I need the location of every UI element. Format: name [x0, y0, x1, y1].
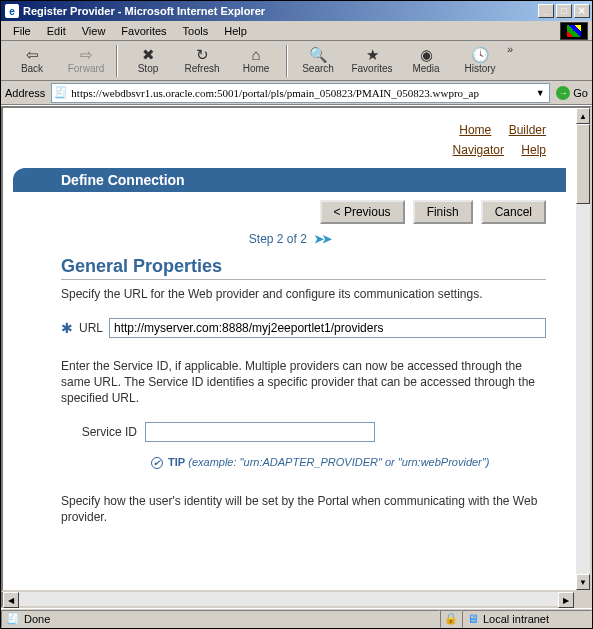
lock-icon: 🔒 — [444, 612, 458, 625]
menu-view[interactable]: View — [74, 23, 114, 39]
menu-favorites[interactable]: Favorites — [113, 23, 174, 39]
status-text: Done — [24, 613, 50, 625]
header-links: Home Builder Navigator Help — [439, 120, 546, 160]
go-label: Go — [573, 87, 588, 99]
media-button[interactable]: ◉ Media — [399, 43, 453, 79]
favorites-button[interactable]: ★ Favorites — [345, 43, 399, 79]
stop-label: Stop — [138, 63, 159, 74]
scroll-track[interactable] — [576, 124, 590, 574]
back-button[interactable]: ⇦ Back — [5, 43, 59, 79]
horizontal-scrollbar[interactable]: ◀ ▶ — [1, 592, 576, 608]
favorites-icon: ★ — [366, 47, 379, 63]
scroll-corner — [576, 592, 592, 608]
serviceid-input[interactable] — [145, 422, 375, 442]
required-icon: ✱ — [61, 320, 73, 336]
hscroll-track[interactable] — [19, 592, 558, 606]
menu-help[interactable]: Help — [216, 23, 255, 39]
link-home[interactable]: Home — [459, 123, 491, 137]
media-label: Media — [412, 63, 439, 74]
link-help[interactable]: Help — [521, 143, 546, 157]
toolbar: ⇦ Back ⇨ Forward ✖ Stop ↻ Refresh ⌂ Home… — [1, 41, 592, 81]
titlebar: e Register Provider - Microsoft Internet… — [1, 1, 592, 21]
scroll-up-icon[interactable]: ▲ — [576, 108, 590, 124]
zone-panel: 🖥 Local intranet — [462, 610, 592, 628]
url-label: URL — [79, 321, 109, 335]
refresh-label: Refresh — [184, 63, 219, 74]
address-bar: Address 🧾 ▼ → Go — [1, 81, 592, 105]
scroll-left-icon[interactable]: ◀ — [3, 592, 19, 608]
stop-icon: ✖ — [142, 47, 155, 63]
section-banner: Define Connection — [13, 168, 566, 192]
history-icon: 🕓 — [471, 47, 490, 63]
tip-label: TIP — [168, 456, 185, 468]
scroll-thumb[interactable] — [576, 124, 590, 204]
zone-text: Local intranet — [483, 613, 549, 625]
media-icon: ◉ — [420, 47, 433, 63]
forward-label: Forward — [68, 63, 105, 74]
menu-tools[interactable]: Tools — [175, 23, 217, 39]
search-button[interactable]: 🔍 Search — [291, 43, 345, 79]
page-heading: General Properties — [61, 256, 546, 280]
close-button[interactable]: ✕ — [574, 4, 590, 18]
status-bar: 🧾 Done 🔒 🖥 Local intranet — [1, 608, 592, 628]
maximize-button[interactable]: □ — [556, 4, 572, 18]
ie-icon: e — [5, 4, 19, 18]
previous-button[interactable]: < Previous — [320, 200, 405, 224]
banner-title: Define Connection — [61, 172, 185, 188]
toolbar-separator — [286, 45, 288, 77]
page-body: Home Builder Navigator Help Define Conne… — [3, 108, 576, 561]
window-title: Register Provider - Microsoft Internet E… — [23, 5, 536, 17]
address-label: Address — [5, 87, 45, 99]
favorites-label: Favorites — [351, 63, 392, 74]
minimize-button[interactable]: _ — [538, 4, 554, 18]
menu-file[interactable]: File — [5, 23, 39, 39]
tip-text: (example: "urn:ADAPTER_PROVIDER" or "urn… — [188, 456, 489, 468]
address-dropdown-icon[interactable]: ▼ — [533, 88, 547, 98]
step-indicator: Step 2 of 2 ➤➤ — [3, 228, 576, 256]
home-label: Home — [243, 63, 270, 74]
page-icon: 🧾 — [54, 86, 68, 100]
scroll-down-icon[interactable]: ▼ — [576, 574, 590, 590]
back-label: Back — [21, 63, 43, 74]
ssl-panel: 🔒 — [440, 610, 462, 628]
step-arrows-icon: ➤➤ — [314, 232, 330, 246]
menu-edit[interactable]: Edit — [39, 23, 74, 39]
link-builder[interactable]: Builder — [509, 123, 546, 137]
url-input[interactable] — [109, 318, 546, 338]
go-icon: → — [556, 86, 570, 100]
serviceid-intro: Enter the Service ID, if applicable. Mul… — [61, 358, 546, 406]
toolbar-separator — [116, 45, 118, 77]
identity-intro: Specify how the user's identity will be … — [61, 493, 546, 525]
forward-arrow-icon: ⇨ — [80, 47, 93, 63]
refresh-icon: ↻ — [196, 47, 209, 63]
forward-button[interactable]: ⇨ Forward — [59, 43, 113, 79]
finish-button[interactable]: Finish — [413, 200, 473, 224]
address-box[interactable]: 🧾 ▼ — [51, 83, 550, 103]
history-label: History — [464, 63, 495, 74]
toolbar-overflow-icon[interactable]: » — [507, 41, 519, 55]
go-button[interactable]: → Go — [556, 86, 588, 100]
ie-window: e Register Provider - Microsoft Internet… — [0, 0, 593, 629]
search-label: Search — [302, 63, 334, 74]
wizard-buttons: < Previous Finish Cancel — [3, 192, 576, 228]
cancel-button[interactable]: Cancel — [481, 200, 546, 224]
link-navigator[interactable]: Navigator — [453, 143, 504, 157]
search-icon: 🔍 — [309, 47, 328, 63]
serviceid-field: Service ID — [81, 422, 546, 442]
url-field: ✱ URL — [61, 318, 546, 338]
history-button[interactable]: 🕓 History — [453, 43, 507, 79]
stop-button[interactable]: ✖ Stop — [121, 43, 175, 79]
content-viewport: Home Builder Navigator Help Define Conne… — [1, 106, 576, 592]
serviceid-label: Service ID — [81, 425, 145, 439]
refresh-button[interactable]: ↻ Refresh — [175, 43, 229, 79]
done-page-icon: 🧾 — [6, 612, 20, 626]
tip-icon: ✔ — [151, 457, 163, 469]
windows-logo-icon — [560, 22, 588, 40]
address-input[interactable] — [71, 87, 533, 99]
home-icon: ⌂ — [251, 47, 260, 63]
scroll-right-icon[interactable]: ▶ — [558, 592, 574, 608]
vertical-scrollbar[interactable]: ▲ ▼ — [576, 106, 592, 592]
zone-icon: 🖥 — [467, 612, 479, 626]
step-text: Step 2 of 2 — [249, 232, 307, 246]
home-button[interactable]: ⌂ Home — [229, 43, 283, 79]
